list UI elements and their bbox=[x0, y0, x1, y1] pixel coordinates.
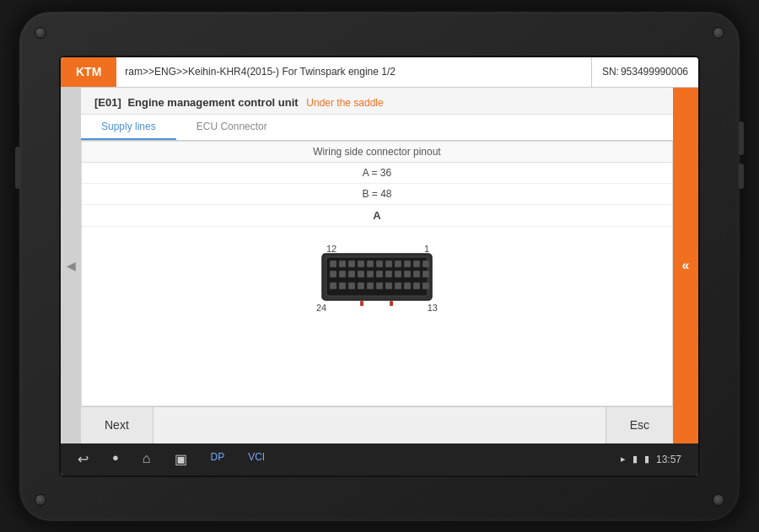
svg-rect-24 bbox=[330, 282, 336, 289]
svg-rect-9 bbox=[395, 261, 401, 267]
svg-rect-7 bbox=[376, 261, 383, 267]
vci-label[interactable]: VCI bbox=[248, 451, 265, 467]
android-bar: ↩ ● ⌂ ▣ DP VCI ▸ ▮ ▮ 13:57 bbox=[61, 443, 698, 476]
svg-rect-29 bbox=[376, 282, 383, 289]
table-area: Wiring side connector pinout A = 36 B = … bbox=[81, 141, 673, 406]
table-row-a: A = 36 bbox=[82, 162, 672, 183]
svg-rect-10 bbox=[404, 261, 411, 267]
svg-rect-30 bbox=[385, 282, 392, 289]
time-display: 13:57 bbox=[656, 454, 681, 465]
svg-rect-19 bbox=[385, 271, 392, 277]
connector-diagram: 12 1 24 13 bbox=[82, 227, 672, 325]
svg-rect-22 bbox=[413, 271, 420, 277]
svg-rect-6 bbox=[367, 261, 374, 267]
main-content: ◀ [E01] Engine management control unit U… bbox=[61, 88, 698, 443]
table-row-b: B = 48 bbox=[82, 183, 672, 204]
svg-rect-27 bbox=[358, 282, 364, 289]
ecu-id: [E01] bbox=[94, 96, 121, 109]
bottom-bar: Next Esc bbox=[81, 406, 673, 443]
android-nav: ↩ ● ⌂ ▣ DP VCI bbox=[78, 451, 265, 467]
header-title: ram>>ENG>>Keihin-KHR4(2015-) For Twinspa… bbox=[116, 57, 591, 87]
back-icon[interactable]: ↩ bbox=[78, 451, 89, 467]
svg-rect-23 bbox=[423, 271, 429, 277]
side-button-left[interactable] bbox=[15, 147, 20, 189]
svg-rect-20 bbox=[395, 271, 401, 277]
camera-icon[interactable]: ● bbox=[112, 451, 119, 467]
svg-rect-33 bbox=[413, 282, 420, 289]
svg-rect-11 bbox=[413, 261, 420, 267]
svg-rect-4 bbox=[348, 261, 355, 267]
brand-label: KTM bbox=[61, 57, 116, 87]
svg-rect-12 bbox=[423, 261, 429, 267]
nav-right[interactable]: « bbox=[673, 88, 698, 443]
svg-rect-18 bbox=[376, 271, 383, 277]
tab-supply-lines[interactable]: Supply lines bbox=[81, 115, 176, 140]
content-panel: [E01] Engine management control unit Und… bbox=[81, 88, 673, 443]
wifi-icon: ▸ bbox=[621, 454, 626, 465]
section-label: A bbox=[82, 204, 672, 226]
section-label-row: A bbox=[82, 204, 672, 226]
chevron-left-icon: « bbox=[682, 258, 690, 273]
svg-rect-5 bbox=[358, 261, 364, 267]
recent-icon[interactable]: ▣ bbox=[175, 451, 187, 467]
ecu-location: Under the saddle bbox=[306, 97, 383, 109]
connector-table: Wiring side connector pinout A = 36 B = … bbox=[82, 142, 672, 227]
android-sys: ▸ ▮ ▮ 13:57 bbox=[621, 454, 681, 465]
bottom-spacer bbox=[153, 407, 606, 443]
svg-rect-2 bbox=[330, 261, 336, 267]
nav-left[interactable]: ◀ bbox=[61, 88, 81, 443]
svg-rect-34 bbox=[423, 282, 429, 289]
svg-rect-16 bbox=[358, 271, 364, 277]
pin-a-value: A = 36 bbox=[82, 162, 672, 183]
svg-rect-32 bbox=[404, 282, 411, 289]
pin-b-value: B = 48 bbox=[82, 183, 672, 204]
svg-rect-35 bbox=[360, 301, 363, 306]
tabs-row: Supply lines ECU Connector bbox=[81, 115, 673, 141]
home-icon[interactable]: ⌂ bbox=[143, 451, 151, 467]
header-sn: SN: 953499990006 bbox=[591, 57, 698, 87]
svg-rect-17 bbox=[367, 271, 374, 277]
svg-rect-15 bbox=[348, 271, 355, 277]
svg-rect-14 bbox=[339, 271, 346, 277]
connector-svg bbox=[293, 235, 461, 320]
svg-rect-3 bbox=[339, 261, 346, 267]
header-bar: KTM ram>>ENG>>Keihin-KHR4(2015-) For Twi… bbox=[61, 57, 698, 88]
screw-br bbox=[713, 494, 724, 506]
left-arrow-icon: ◀ bbox=[67, 259, 76, 272]
table-header-row: Wiring side connector pinout bbox=[82, 142, 672, 163]
screen: KTM ram>>ENG>>Keihin-KHR4(2015-) For Twi… bbox=[59, 56, 700, 477]
side-button-power[interactable] bbox=[739, 164, 744, 189]
screw-tr bbox=[713, 27, 724, 39]
svg-rect-31 bbox=[395, 282, 401, 289]
ecu-title: [E01] Engine management control unit Und… bbox=[81, 88, 673, 115]
svg-rect-13 bbox=[330, 271, 336, 277]
ecu-name: Engine management control unit bbox=[127, 96, 298, 109]
svg-rect-25 bbox=[339, 282, 346, 289]
side-button-volume[interactable] bbox=[739, 121, 744, 155]
esc-button[interactable]: Esc bbox=[606, 407, 673, 443]
svg-rect-28 bbox=[367, 282, 374, 289]
battery-icon: ▮ bbox=[644, 454, 649, 465]
sn-value: 953499990006 bbox=[621, 66, 688, 78]
screw-tl bbox=[35, 27, 46, 39]
sn-label: SN: bbox=[602, 66, 619, 78]
dp-label[interactable]: DP bbox=[211, 451, 225, 467]
svg-rect-21 bbox=[404, 271, 411, 277]
svg-rect-8 bbox=[385, 261, 392, 267]
svg-rect-26 bbox=[348, 282, 355, 289]
svg-rect-36 bbox=[390, 301, 393, 306]
signal-icon: ▮ bbox=[632, 454, 638, 465]
screw-bl bbox=[35, 494, 46, 506]
wiring-header: Wiring side connector pinout bbox=[82, 142, 672, 163]
tab-ecu-connector[interactable]: ECU Connector bbox=[176, 115, 288, 140]
next-button[interactable]: Next bbox=[81, 407, 153, 443]
tablet-body: KTM ram>>ENG>>Keihin-KHR4(2015-) For Twi… bbox=[17, 9, 742, 524]
